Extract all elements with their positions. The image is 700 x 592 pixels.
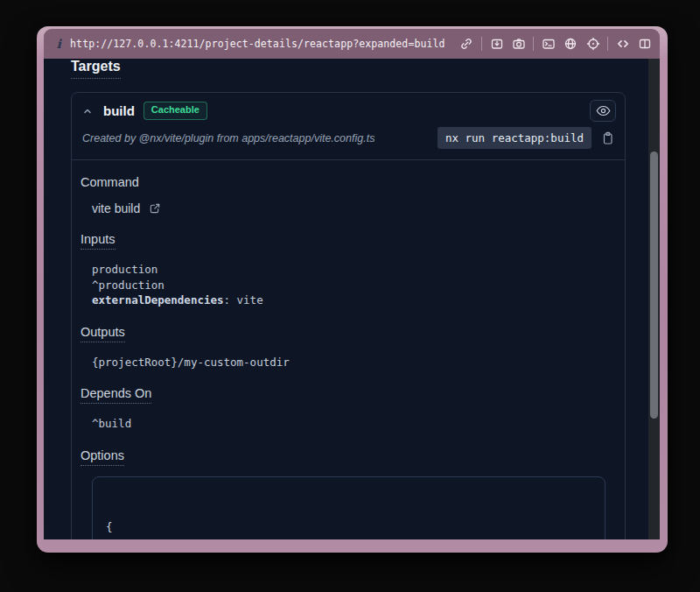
build-target-subheader: Created by @nx/vite/plugin from apps/rea… xyxy=(72,123,625,160)
page-scrollbar[interactable] xyxy=(648,59,660,539)
external-link-icon[interactable] xyxy=(148,202,161,215)
input-item: externalDependencies: vite xyxy=(92,292,611,308)
created-by-text: Created by @nx/vite/plugin from apps/rea… xyxy=(82,132,374,144)
depends-on-label-text: Depends On xyxy=(80,386,151,404)
terminal-icon[interactable] xyxy=(541,33,556,54)
input-value: : vite xyxy=(224,293,263,307)
info-icon: i xyxy=(54,37,63,51)
cacheable-badge: Cacheable xyxy=(144,102,207,119)
input-item: ^production xyxy=(92,278,611,293)
depends-on-section-label[interactable]: Depends On xyxy=(80,386,611,404)
options-label-text: Options xyxy=(80,448,124,466)
chevron-up-icon[interactable] xyxy=(80,104,94,118)
screenshot-save-icon[interactable] xyxy=(489,33,504,54)
input-item: production xyxy=(92,262,611,278)
split-view-icon[interactable] xyxy=(638,33,653,54)
browser-viewport: Targets build Cacheable xyxy=(44,59,660,539)
options-json-block: { "cwd": "apps/reactapp" } xyxy=(92,476,606,540)
globe-icon[interactable] xyxy=(564,33,578,54)
toolbar-separator xyxy=(607,37,608,51)
browser-window: i http://127.0.0.1:4211/project-details/… xyxy=(37,26,668,553)
command-value: vite build xyxy=(92,201,611,215)
scrollbar-thumb[interactable] xyxy=(650,152,658,419)
build-target-card: build Cacheable Created by @nx/vite/plug… xyxy=(71,92,626,539)
browser-toolbar: i http://127.0.0.1:4211/project-details/… xyxy=(44,29,660,59)
depends-on-item: ^build xyxy=(92,416,611,432)
command-label-text: Command xyxy=(80,175,139,189)
outputs-section-label[interactable]: Outputs xyxy=(80,325,611,342)
build-target-header[interactable]: build Cacheable xyxy=(72,93,625,123)
command-section-label: Command xyxy=(80,175,611,189)
view-in-graph-button[interactable] xyxy=(590,100,616,122)
build-target-body: Command vite build xyxy=(72,160,625,539)
json-open-brace: { xyxy=(106,519,592,535)
run-command-chip: nx run reactapp:build xyxy=(438,127,592,149)
outputs-label-text: Outputs xyxy=(80,325,125,342)
toolbar-separator xyxy=(533,37,534,51)
link-icon[interactable] xyxy=(459,33,474,54)
project-details-page: Targets build Cacheable xyxy=(44,59,648,539)
camera-icon[interactable] xyxy=(511,33,526,54)
target-icon[interactable] xyxy=(585,33,600,54)
copy-icon[interactable] xyxy=(598,130,616,147)
command-text: vite build xyxy=(92,201,140,215)
output-item: {projectRoot}/my-custom-outdir xyxy=(92,355,611,370)
inputs-label-text: Inputs xyxy=(80,232,116,250)
input-key: externalDependencies xyxy=(92,293,224,307)
targets-heading: Targets xyxy=(71,59,121,79)
code-icon[interactable] xyxy=(615,33,630,54)
options-section-label[interactable]: Options xyxy=(80,448,611,466)
inputs-section-label[interactable]: Inputs xyxy=(80,232,611,250)
target-name: build xyxy=(103,103,135,118)
toolbar-separator xyxy=(481,37,482,51)
url-text[interactable]: http://127.0.0.1:4211/project-details/re… xyxy=(70,38,444,50)
